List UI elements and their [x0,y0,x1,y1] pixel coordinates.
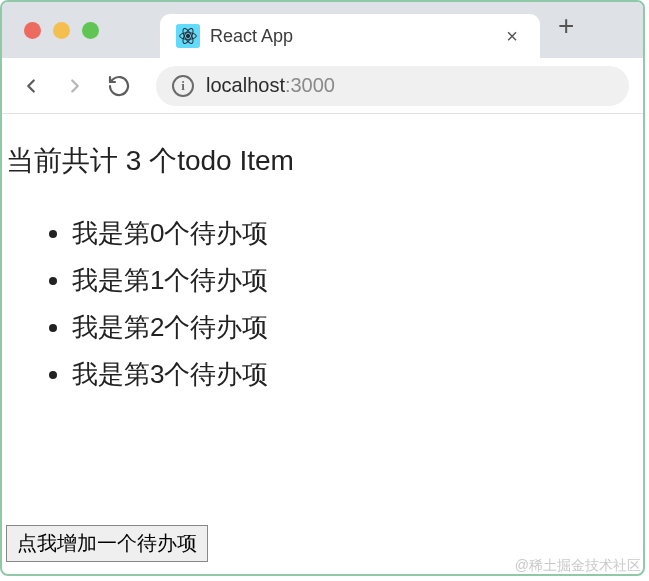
maximize-window-button[interactable] [82,22,99,39]
todo-list: 我是第0个待办项 我是第1个待办项 我是第2个待办项 我是第3个待办项 [6,216,639,404]
browser-toolbar: i localhost:3000 [2,58,643,114]
window-controls [24,22,99,39]
browser-tab[interactable]: React App × [160,14,540,58]
add-todo-button[interactable]: 点我增加一个待办项 [6,525,208,562]
back-button[interactable] [16,71,46,101]
svg-point-0 [186,34,189,37]
url-text: localhost:3000 [206,74,335,97]
tab-title: React App [210,26,490,47]
react-icon [176,24,200,48]
watermark: @稀土掘金技术社区 [515,557,641,575]
new-tab-button[interactable]: + [540,10,592,42]
close-tab-button[interactable]: × [500,25,524,48]
address-bar[interactable]: i localhost:3000 [156,66,629,106]
todo-item: 我是第3个待办项 [72,357,639,392]
site-info-icon[interactable]: i [172,75,194,97]
reload-button[interactable] [104,71,134,101]
browser-window: React App × + i localhost:3000 当前共计 3 个t… [0,0,645,576]
minimize-window-button[interactable] [53,22,70,39]
forward-button[interactable] [60,71,90,101]
todo-count-heading: 当前共计 3 个todo Item [6,142,639,180]
page-content: 当前共计 3 个todo Item 我是第0个待办项 我是第1个待办项 我是第2… [2,114,643,574]
close-window-button[interactable] [24,22,41,39]
tab-bar: React App × + [2,2,643,58]
todo-item: 我是第2个待办项 [72,310,639,345]
todo-item: 我是第1个待办项 [72,263,639,298]
todo-item: 我是第0个待办项 [72,216,639,251]
